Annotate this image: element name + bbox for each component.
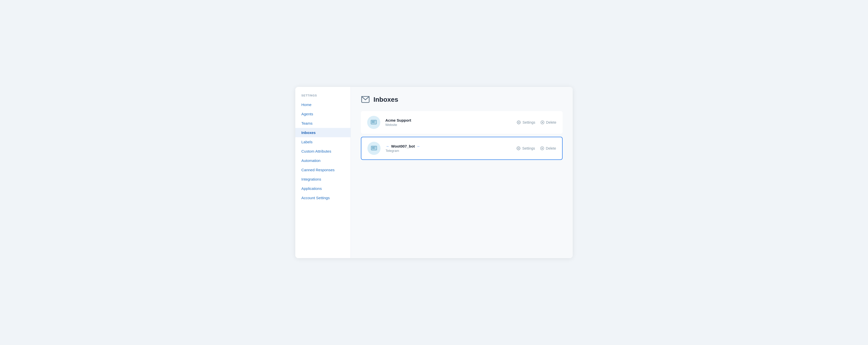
- delete-circle-icon: [540, 120, 545, 125]
- settings-button-woot007-bot[interactable]: Settings: [517, 146, 535, 150]
- svg-rect-9: [371, 146, 377, 150]
- settings-label-woot007-bot: Settings: [522, 146, 535, 150]
- right-arrow-icon: ←: [417, 144, 421, 148]
- sidebar: SETTINGS HomeAgentsTeamsInboxesLabelsCus…: [295, 87, 351, 258]
- svg-point-5: [518, 122, 519, 123]
- sidebar-item-agents[interactable]: Agents: [295, 109, 350, 118]
- inbox-name-acme-support: Acme Support: [385, 118, 517, 123]
- svg-rect-12: [372, 148, 375, 149]
- sidebar-nav: HomeAgentsTeamsInboxesLabelsCustom Attri…: [295, 100, 350, 203]
- gear-icon: [517, 146, 521, 150]
- sidebar-item-canned-responses[interactable]: Canned Responses: [295, 165, 350, 174]
- delete-label-woot007-bot: Delete: [546, 146, 556, 150]
- page-title: Inboxes: [373, 96, 398, 104]
- inbox-info-acme-support: Acme SupportWebsite: [385, 118, 517, 127]
- inboxes-list: Acme SupportWebsite Settings Delete →Woo…: [361, 111, 563, 163]
- svg-point-13: [518, 148, 519, 149]
- left-arrow-icon: →: [385, 144, 389, 148]
- inbox-type-acme-support: Website: [385, 123, 517, 127]
- inbox-type-woot007-bot: Telegram: [385, 149, 517, 152]
- inbox-card-acme-support: Acme SupportWebsite Settings Delete: [361, 111, 563, 134]
- inbox-icon-woot007-bot: [367, 142, 380, 155]
- delete-circle-icon: [540, 146, 544, 150]
- sidebar-item-automation[interactable]: Automation: [295, 156, 350, 165]
- inbox-icon-acme-support: [367, 116, 380, 129]
- sidebar-item-labels[interactable]: Labels: [295, 137, 350, 146]
- sidebar-item-home[interactable]: Home: [295, 100, 350, 109]
- settings-button-acme-support[interactable]: Settings: [517, 120, 535, 125]
- inbox-name-woot007-bot: →Woot007_bot←: [385, 144, 517, 148]
- sidebar-item-custom-attributes[interactable]: Custom Attributes: [295, 146, 350, 156]
- delete-button-acme-support[interactable]: Delete: [540, 120, 556, 125]
- inbox-actions-acme-support: Settings Delete: [517, 120, 556, 125]
- settings-label-acme-support: Settings: [523, 120, 535, 125]
- app-container: SETTINGS HomeAgentsTeamsInboxesLabelsCus…: [295, 87, 573, 258]
- svg-rect-11: [372, 147, 374, 148]
- gear-icon: [517, 120, 521, 125]
- main-content: Inboxes Acme SupportWebsite Settings Del…: [351, 87, 573, 258]
- sidebar-item-inboxes[interactable]: Inboxes: [295, 128, 350, 137]
- sidebar-item-teams[interactable]: Teams: [295, 118, 350, 128]
- sidebar-item-integrations[interactable]: Integrations: [295, 174, 350, 184]
- delete-label-acme-support: Delete: [546, 120, 556, 125]
- inbox-name-text-acme-support: Acme Support: [385, 118, 411, 123]
- svg-rect-1: [371, 120, 376, 124]
- inboxes-icon: [361, 95, 370, 104]
- inbox-name-text-woot007-bot: Woot007_bot: [391, 144, 415, 148]
- delete-button-woot007-bot[interactable]: Delete: [540, 146, 556, 150]
- inbox-actions-woot007-bot: Settings Delete: [517, 146, 556, 150]
- svg-rect-2: [372, 121, 375, 122]
- svg-rect-3: [372, 122, 374, 122]
- inbox-card-woot007-bot: →Woot007_bot←Telegram Settings Delete: [361, 137, 563, 160]
- page-header: Inboxes: [361, 95, 563, 104]
- inbox-info-woot007-bot: →Woot007_bot←Telegram: [385, 144, 517, 152]
- sidebar-item-account-settings[interactable]: Account Settings: [295, 193, 350, 203]
- sidebar-heading: SETTINGS: [295, 94, 350, 100]
- svg-rect-10: [372, 147, 375, 147]
- svg-rect-4: [372, 123, 375, 123]
- sidebar-item-applications[interactable]: Applications: [295, 184, 350, 193]
